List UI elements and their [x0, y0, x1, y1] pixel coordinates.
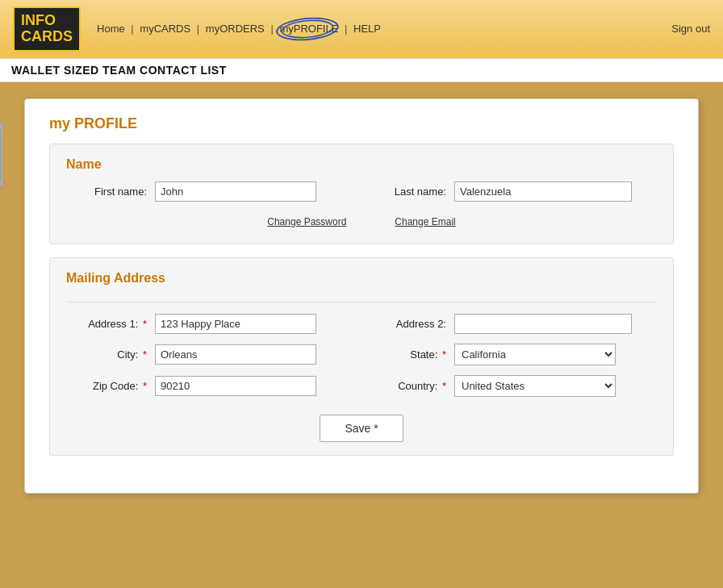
zip-required: *	[143, 380, 147, 392]
name-row: First name: Last name:	[66, 181, 657, 202]
clipboard-area: my PROFILE Name First name: Last name: C…	[0, 82, 723, 588]
nav-home[interactable]: Home	[97, 23, 125, 35]
nav-help[interactable]: HELP	[353, 23, 381, 35]
change-links-row: Change Password Change Email	[66, 211, 657, 231]
state-label: State: *	[366, 348, 446, 361]
city-required: *	[143, 348, 147, 361]
change-password-link[interactable]: Change Password	[267, 216, 346, 227]
header: INFO CARDS Home | myCARDS | myORDERS | m…	[0, 0, 723, 59]
logo: INFO CARDS	[13, 6, 81, 52]
signout-link[interactable]: Sign out	[671, 23, 710, 35]
name-section-heading: Name	[66, 157, 657, 172]
clipboard-clip	[0, 123, 3, 187]
nav-sep-4: |	[345, 23, 347, 35]
save-button[interactable]: Save *	[320, 415, 403, 442]
first-name-label: First name:	[66, 186, 147, 198]
profile-heading: my PROFILE	[49, 115, 674, 132]
page-title-bar: WALLET SIZED TEAM CONTACT LIST	[0, 59, 723, 82]
address2-col: Address 2:	[366, 314, 657, 334]
country-select[interactable]: United States Canada Mexico	[454, 375, 616, 397]
city-label: City: *	[66, 348, 147, 361]
save-row: Save *	[66, 407, 657, 442]
name-section: Name First name: Last name: Change Passw…	[49, 144, 674, 244]
clipboard-paper: my PROFILE Name First name: Last name: C…	[24, 98, 699, 494]
last-name-input[interactable]	[454, 181, 632, 202]
nav-myprofile[interactable]: myPROFILE	[279, 23, 338, 35]
address2-label: Address 2:	[366, 318, 446, 330]
state-required: *	[442, 348, 446, 361]
address1-input[interactable]	[155, 314, 316, 334]
zip-col: Zip Code: *	[66, 376, 357, 396]
mailing-section-header: Mailing Address	[66, 271, 657, 302]
nav-sep-1: |	[131, 23, 133, 35]
address1-required: *	[143, 318, 147, 330]
city-col: City: *	[66, 344, 357, 365]
page-title: WALLET SIZED TEAM CONTACT LIST	[11, 64, 227, 77]
nav-links: Home | myCARDS | myORDERS | myPROFILE | …	[97, 23, 381, 35]
country-required: *	[442, 380, 446, 392]
city-input[interactable]	[155, 344, 316, 365]
state-select[interactable]: California New York Texas	[454, 344, 616, 365]
address1-col: Address 1: *	[66, 314, 357, 334]
mailing-section-heading: Mailing Address	[66, 271, 657, 286]
last-name-label: Last name:	[366, 186, 446, 198]
zip-label: Zip Code: *	[66, 380, 147, 392]
nav-myprofile-wrapper: myPROFILE	[279, 23, 338, 35]
last-name-col: Last name:	[366, 181, 657, 202]
nav-mycards[interactable]: myCARDS	[140, 23, 190, 35]
logo-info: INFO	[21, 12, 56, 28]
state-col: State: * California New York Texas	[366, 344, 657, 365]
address2-input[interactable]	[454, 314, 632, 334]
nav-sep-3: |	[270, 23, 273, 35]
first-name-input[interactable]	[155, 181, 316, 202]
zip-input[interactable]	[155, 376, 316, 396]
country-label: Country: *	[366, 380, 446, 392]
nav-sep-2: |	[197, 23, 199, 35]
address1-label: Address 1: *	[66, 318, 147, 330]
nav-myorders[interactable]: myORDERS	[206, 23, 265, 35]
first-name-col: First name:	[66, 181, 357, 202]
mailing-section: Mailing Address Address 1: * Address 2:	[49, 257, 674, 456]
zip-country-row: Zip Code: * Country: * United States Can…	[66, 375, 657, 397]
address-row: Address 1: * Address 2:	[66, 314, 657, 334]
logo-cards: CARDS	[21, 28, 73, 44]
city-state-row: City: * State: * California New York Tex…	[66, 344, 657, 365]
change-email-link[interactable]: Change Email	[395, 216, 455, 227]
country-col: Country: * United States Canada Mexico	[366, 375, 657, 397]
header-left: INFO CARDS Home | myCARDS | myORDERS | m…	[13, 6, 381, 52]
